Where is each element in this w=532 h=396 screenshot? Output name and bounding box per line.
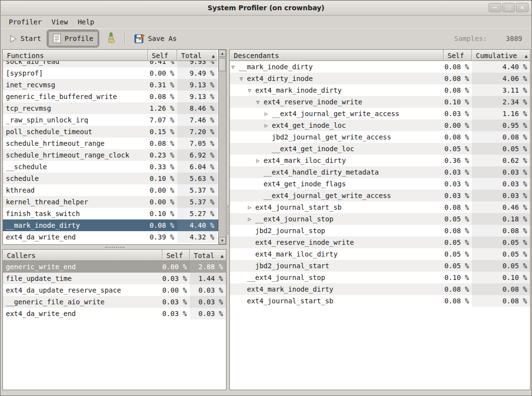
close-button[interactable]: × (516, 3, 529, 12)
table-row[interactable]: generic_file_buffered_write0.08 %9.13 % (3, 91, 218, 102)
table-row[interactable]: ext4_journal_start_sb0.08 %0.08 % (230, 295, 530, 307)
table-row[interactable]: generic_write_end0.00 %2.88 % (3, 261, 226, 273)
column-header-label: Total (194, 252, 214, 259)
table-row[interactable]: _raw_spin_unlock_irq7.07 %7.46 % (3, 114, 218, 126)
column-header-self[interactable]: Self (444, 50, 472, 61)
table-row[interactable]: ext4_reserve_inode_write0.05 %0.05 % (230, 237, 530, 248)
samples-label: Samples: (454, 35, 487, 42)
table-row[interactable]: ▷ext4_mark_iloc_dirty0.36 %0.62 % (230, 155, 530, 166)
table-row[interactable]: __ext4_handle_dirty_metadata0.03 %0.03 % (230, 166, 530, 178)
table-row[interactable]: __generic_file_aio_write0.03 %0.03 % (3, 296, 226, 308)
cell-total: 0.03 % (190, 296, 226, 308)
reset-button[interactable] (102, 30, 120, 47)
column-header-self[interactable]: Self (163, 250, 190, 261)
column-header-total[interactable]: Total▲ (177, 50, 217, 61)
scroll-up-icon[interactable]: ▲ (219, 50, 226, 57)
sort-asc-icon: ▲ (525, 53, 528, 59)
function-name: __generic_file_aio_write (6, 298, 104, 306)
table-row[interactable]: kernel_thread_helper0.00 %5.37 % (3, 196, 218, 208)
expander-collapsed-icon[interactable]: ▷ (256, 158, 264, 164)
profile-toggle-button[interactable]: Profile (48, 31, 98, 46)
table-row[interactable]: tcp_recvmsg1.26 %8.46 % (3, 102, 218, 114)
titlebar[interactable]: System Profiler (on crownbay) – □ × (1, 1, 531, 16)
table-row[interactable]: file_update_time0.03 %1.44 % (3, 273, 226, 284)
table-row[interactable]: schedule0.10 %5.63 % (3, 173, 218, 184)
function-name: jbd2_journal_start (255, 262, 329, 270)
column-header-self[interactable]: Self (148, 50, 177, 61)
table-row[interactable]: ▽__mark_inode_dirty0.08 %4.40 % (230, 61, 530, 73)
horizontal-splitter[interactable] (2, 245, 226, 249)
save-as-button[interactable]: Save As (130, 32, 181, 46)
scroll-down-icon[interactable]: ▼ (219, 237, 226, 244)
start-button[interactable]: Start (6, 33, 45, 44)
table-row[interactable]: __ext4_journal_get_write_access0.03 %0.0… (230, 190, 530, 201)
table-row[interactable]: ext4_da_update_reserve_space0.00 %0.03 % (3, 284, 226, 296)
function-name: [sysprof] (6, 69, 43, 77)
table-row[interactable]: kthread0.00 %5.37 % (3, 184, 218, 196)
expander-expanded-icon[interactable]: ▽ (256, 99, 264, 105)
table-row[interactable]: finish_task_switch0.10 %5.27 % (3, 208, 218, 219)
start-label: Start (20, 35, 41, 42)
column-header-cumulative[interactable]: Cumulative▲ (472, 50, 530, 61)
cell-total: 8.46 % (177, 102, 217, 114)
table-row[interactable]: jbd2_journal_get_write_access0.08 %0.08 … (230, 131, 530, 143)
expander-collapsed-icon[interactable]: ▷ (248, 204, 255, 211)
table-row[interactable]: ▷ext4_journal_start_sb0.08 %0.46 % (230, 201, 530, 213)
column-header-functions[interactable]: Functions (3, 50, 148, 61)
column-header-total[interactable]: Total▲ (190, 250, 226, 261)
table-row[interactable]: ▷__ext4_journal_stop0.05 %0.18 % (230, 213, 530, 225)
column-header-callers[interactable]: Callers (3, 250, 163, 261)
table-row[interactable]: ext4_get_inode_flags0.03 %0.03 % (230, 178, 530, 190)
table-row[interactable]: ▽ext4_mark_inode_dirty0.08 %3.11 % (230, 84, 530, 96)
table-row[interactable]: ▽ext4_dirty_inode0.08 %4.06 % (230, 73, 530, 84)
cell-self: 0.05 % (444, 237, 472, 248)
table-row[interactable]: __mark_inode_dirty0.08 %4.40 % (3, 219, 218, 231)
table-row[interactable]: poll_schedule_timeout0.15 %7.20 % (3, 126, 218, 138)
function-name: generic_write_end (6, 263, 76, 271)
table-row[interactable]: inet_recvmsg0.31 %9.13 % (3, 79, 218, 91)
expander-collapsed-icon[interactable]: ▷ (248, 216, 255, 222)
menu-view[interactable]: View (46, 17, 73, 27)
cell-self: 0.03 % (163, 296, 190, 308)
expander-expanded-icon[interactable]: ▽ (240, 76, 247, 82)
table-row[interactable]: ext4_da_write_end0.03 %0.03 % (3, 308, 226, 319)
cell-total: 5.37 % (177, 184, 217, 196)
function-name: __mark_inode_dirty (6, 221, 80, 229)
table-row[interactable]: jbd2_journal_start0.05 %0.05 % (230, 260, 530, 272)
table-row[interactable]: ▽ext4_reserve_inode_write0.10 %2.34 % (230, 96, 530, 108)
column-header-descendants[interactable]: Descendants (230, 50, 444, 61)
table-row[interactable]: schedule_hrtimeout_range_clock0.23 %6.92… (3, 149, 218, 161)
table-row[interactable]: ext4_mark_iloc_dirty0.05 %0.05 % (230, 248, 530, 260)
column-header-label: Total (181, 52, 202, 59)
functions-scrollbar[interactable]: ▲ ▼ (218, 50, 226, 244)
minimize-button[interactable]: – (489, 3, 501, 12)
maximize-button[interactable]: □ (502, 3, 515, 12)
table-row[interactable]: ext4_mark_inode_dirty0.08 %0.08 % (230, 283, 530, 295)
cell-total: 0.03 % (190, 284, 226, 296)
expander-expanded-icon[interactable]: ▽ (248, 87, 255, 94)
table-row[interactable]: jbd2_journal_stop0.08 %0.08 % (230, 225, 530, 237)
column-header-label: Self (166, 252, 183, 259)
cell-self: 0.08 % (444, 225, 472, 237)
cell-self: 0.03 % (163, 273, 190, 284)
profile-label: Profile (64, 35, 93, 42)
expander-collapsed-icon[interactable]: ▷ (265, 122, 272, 129)
expander-collapsed-icon[interactable]: ▷ (265, 111, 272, 117)
menu-help[interactable]: Help (73, 17, 99, 27)
table-row[interactable]: ▷__ext4_journal_get_write_access0.03 %1.… (230, 108, 530, 119)
scrollbar-thumb[interactable] (219, 58, 226, 71)
cell-cumulative: 0.10 % (472, 272, 530, 283)
table-row[interactable]: ▷ext4_get_inode_loc0.00 %0.95 % (230, 119, 530, 131)
table-row[interactable]: __ext4_journal_stop0.10 %0.10 % (230, 272, 530, 283)
function-name: finish_task_switch (6, 210, 80, 218)
cell-total: 7.20 % (177, 126, 217, 138)
table-row[interactable]: schedule_hrtimeout_range0.08 %7.05 % (3, 138, 218, 149)
menu-profiler[interactable]: Profiler (4, 17, 46, 27)
table-row[interactable]: __schedule0.33 %6.04 % (3, 161, 218, 173)
table-row[interactable]: ext4_da_write_end0.39 %4.32 % (3, 231, 218, 243)
expander-expanded-icon[interactable]: ▽ (231, 64, 239, 70)
table-row[interactable]: [sysprof]0.00 %9.49 % (3, 67, 218, 79)
save-icon (134, 34, 144, 44)
cell-total: 9.13 % (177, 91, 217, 102)
table-row[interactable]: __ext4_get_inode_loc0.05 %0.05 % (230, 143, 530, 155)
